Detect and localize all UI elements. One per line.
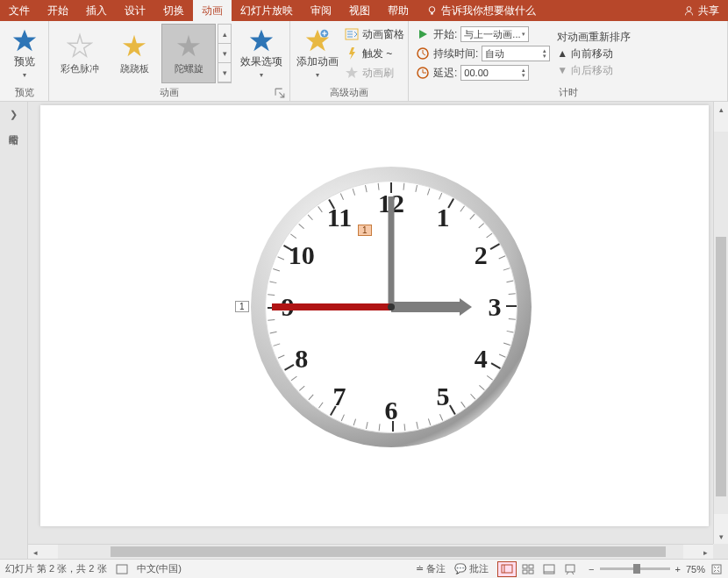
second-hand[interactable] (272, 303, 391, 310)
tab-transition[interactable]: 切换 (154, 0, 193, 21)
animation-tag-2[interactable]: 1 (235, 301, 249, 312)
vscroll-thumb[interactable] (716, 237, 726, 496)
tab-review[interactable]: 审阅 (302, 0, 340, 21)
fit-window-icon[interactable] (710, 563, 723, 575)
thumbnail-panel-collapsed[interactable]: ❯ 缩略图 (0, 102, 28, 559)
delay-input[interactable]: 00.00▴▾ (460, 65, 529, 81)
tab-help[interactable]: 帮助 (379, 0, 418, 21)
start-row: 开始: 与上一动画...▾ (416, 25, 550, 43)
reorder-header: 对动画重新排序 (557, 30, 631, 45)
trigger-icon (345, 46, 359, 61)
status-bar: 幻灯片 第 2 张，共 2 张 中文(中国) ≐ 备注 💬 批注 − + 75% (0, 559, 728, 578)
anim-teeter[interactable]: 跷跷板 (107, 24, 161, 83)
comments-button[interactable]: 💬 批注 (454, 562, 489, 575)
svg-rect-19 (529, 565, 533, 568)
svg-rect-16 (502, 565, 512, 573)
horizontal-scrollbar[interactable]: ◂ ▸ (28, 544, 713, 559)
preview-button[interactable]: 预览 ▾ (4, 28, 45, 79)
tab-view[interactable]: 视图 (340, 0, 379, 21)
clock-tick (506, 305, 517, 307)
sorter-view-icon (522, 563, 534, 575)
anim-color-pulse[interactable]: 彩色脉冲 (53, 24, 107, 83)
dialog-launcher-icon[interactable] (275, 88, 286, 99)
zoom-thumb[interactable] (633, 564, 640, 574)
tab-design[interactable]: 设计 (116, 0, 154, 21)
animation-gallery[interactable]: 彩色脉冲 跷跷板 陀螺旋 ▴ ▾ ▾ (53, 24, 232, 83)
svg-marker-3 (12, 30, 35, 52)
effect-star-icon (249, 28, 274, 53)
sorter-view-button[interactable] (518, 561, 538, 577)
reading-view-button[interactable] (539, 561, 559, 577)
start-input[interactable]: 与上一动画...▾ (460, 26, 529, 42)
clock-number: 1 (437, 203, 450, 232)
anim-spin[interactable]: 陀螺旋 (161, 24, 216, 83)
scroll-down-icon[interactable]: ▾ (714, 529, 728, 544)
zoom-in-button[interactable]: + (675, 564, 681, 574)
share-icon (683, 5, 695, 17)
tab-animation[interactable]: 动画 (193, 0, 232, 21)
svg-rect-15 (117, 565, 127, 574)
pane-icon (345, 27, 359, 41)
svg-rect-24 (566, 565, 575, 572)
slide-canvas[interactable]: 121234567891011 1 1 (40, 105, 709, 526)
scroll-up-icon[interactable]: ▴ (714, 102, 728, 117)
delay-icon (416, 66, 430, 80)
move-earlier-button[interactable]: ▲向前移动 (557, 46, 631, 61)
duration-input[interactable]: 自动▴▾ (482, 46, 550, 61)
clock-icon (416, 46, 430, 61)
duration-row: 持续时间: 自动▴▾ (416, 45, 550, 62)
normal-view-button[interactable] (497, 561, 517, 577)
hour-hand[interactable] (391, 302, 461, 312)
dropdown-icon: ▾ (260, 71, 263, 79)
start-label: 开始: (433, 27, 457, 42)
clock-graphic[interactable]: 121234567891011 1 1 (251, 167, 532, 447)
trigger-button[interactable]: 触发 ~ (345, 45, 404, 62)
svg-marker-11 (346, 67, 358, 78)
animation-pane-label: 动画窗格 (362, 27, 404, 42)
down-arrow-icon: ▼ (557, 64, 567, 76)
vertical-scrollbar[interactable]: ▴ ▾ (713, 102, 728, 544)
tell-me-label: 告诉我你想要做什么 (441, 4, 536, 18)
share-button[interactable]: 共享 (683, 4, 719, 18)
svg-rect-1 (431, 12, 432, 14)
expand-chevron-icon[interactable]: ❯ (10, 109, 18, 120)
group-label-preview: 预览 (4, 84, 45, 101)
gallery-down-icon[interactable]: ▾ (218, 44, 231, 63)
gallery-up-icon[interactable]: ▴ (218, 25, 231, 44)
zoom-slider[interactable] (600, 567, 670, 570)
add-animation-button[interactable]: 添加动画 ▾ (294, 28, 341, 79)
tab-insert[interactable]: 插入 (77, 0, 116, 21)
workspace: ❯ 缩略图 121234567891011 1 1 ▴ ▾ ◂ ▸ (0, 102, 728, 559)
tell-me[interactable]: 告诉我你想要做什么 (426, 4, 536, 18)
zoom-out-button[interactable]: − (589, 564, 594, 574)
clock-number: 3 (489, 292, 502, 322)
scroll-left-icon[interactable]: ◂ (28, 545, 43, 560)
tab-home[interactable]: 开始 (39, 0, 77, 21)
gallery-spinner[interactable]: ▴ ▾ ▾ (218, 24, 232, 83)
reading-view-icon (543, 563, 555, 575)
tab-file[interactable]: 文件 (0, 0, 39, 21)
play-icon (416, 27, 430, 41)
up-arrow-icon: ▲ (557, 47, 567, 60)
notes-button[interactable]: ≐ 备注 (416, 562, 446, 575)
effect-options-button[interactable]: 效果选项 ▾ (237, 28, 286, 79)
preview-star-icon (12, 28, 37, 53)
svg-marker-4 (68, 34, 91, 55)
minute-hand[interactable] (389, 196, 395, 307)
slide-area: 121234567891011 1 1 (28, 102, 728, 559)
clock-number: 5 (437, 382, 450, 411)
language-status[interactable]: 中文(中国) (137, 562, 182, 575)
svg-marker-5 (123, 34, 146, 55)
zoom-value[interactable]: 75% (686, 564, 705, 574)
anim-label: 跷跷板 (120, 62, 149, 75)
animation-pane-button[interactable]: 动画窗格 (345, 25, 404, 43)
scroll-right-icon[interactable]: ▸ (698, 545, 713, 560)
animation-tag-1[interactable]: 1 (358, 225, 372, 236)
slideshow-view-button[interactable] (560, 561, 580, 577)
tab-slideshow[interactable]: 幻灯片放映 (232, 0, 302, 21)
spellcheck-icon[interactable] (116, 563, 128, 575)
effect-options-label: 效果选项 (240, 54, 282, 69)
gallery-more-icon[interactable]: ▾ (218, 63, 231, 82)
svg-rect-27 (712, 565, 721, 574)
hscroll-thumb[interactable] (111, 546, 666, 557)
